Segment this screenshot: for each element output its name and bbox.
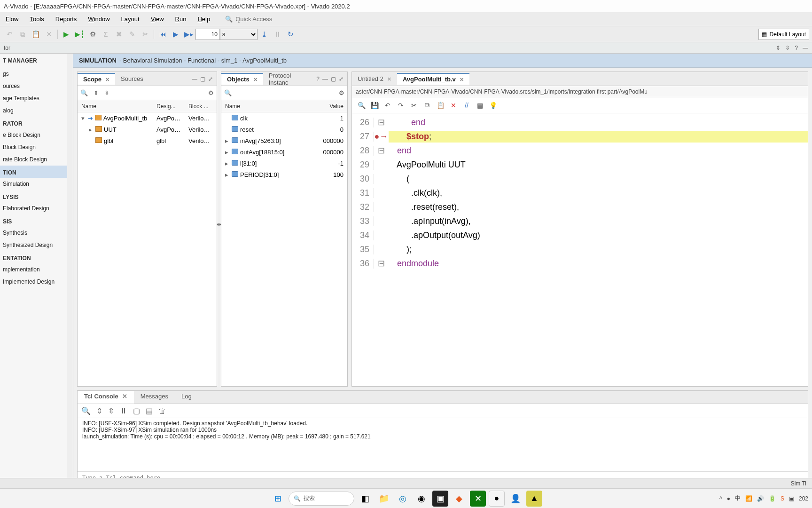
object-row[interactable]: ▸i[31:0]-1 bbox=[221, 158, 347, 169]
maximize-icon[interactable]: ⤢ bbox=[208, 76, 213, 82]
collapse-icon[interactable]: ⇕ bbox=[776, 45, 781, 51]
col-block[interactable]: Block ... bbox=[185, 103, 217, 110]
sigma-icon[interactable]: Σ bbox=[99, 28, 112, 41]
nav-item[interactable]: alog bbox=[0, 104, 73, 117]
nav-item[interactable]: ources bbox=[0, 80, 73, 92]
tab-objects[interactable]: Objects✕ bbox=[221, 73, 263, 85]
close-icon[interactable]: ✕ bbox=[122, 393, 127, 400]
search-icon[interactable]: 🔍 bbox=[224, 89, 232, 96]
undo-icon[interactable]: ↶ bbox=[381, 99, 394, 112]
copy-icon[interactable]: ⧉ bbox=[421, 99, 434, 112]
clock[interactable]: 202 bbox=[799, 495, 808, 502]
app-icon-2[interactable]: ◆ bbox=[451, 491, 467, 507]
gear-icon[interactable]: ⚙ bbox=[208, 89, 214, 96]
console-output[interactable]: INFO: [USF-XSim-96] XSim completed. Desi… bbox=[78, 418, 808, 471]
menu-tools[interactable]: Tools bbox=[24, 16, 49, 23]
collapse-all-icon[interactable]: ⇕ bbox=[94, 89, 99, 96]
tab-tcl[interactable]: Tcl Console✕ bbox=[78, 391, 134, 404]
nav-item[interactable]: Implemented Design bbox=[0, 276, 73, 288]
restore-icon[interactable]: ▢ bbox=[200, 76, 205, 82]
paste-icon[interactable]: 📋 bbox=[29, 28, 42, 41]
pause-icon[interactable]: ⏸ bbox=[120, 407, 127, 415]
minimize-icon[interactable]: — bbox=[803, 45, 808, 51]
menu-help[interactable]: Help bbox=[192, 16, 216, 23]
avatar-icon[interactable]: 👤 bbox=[508, 491, 523, 507]
col-name[interactable]: Name bbox=[78, 103, 153, 110]
step-icon[interactable]: ⤓ bbox=[258, 28, 271, 41]
search-icon[interactable]: 🔍 bbox=[355, 99, 368, 112]
tray-app-icon[interactable]: ▣ bbox=[789, 495, 794, 502]
maximize-icon[interactable]: ⤢ bbox=[339, 76, 344, 82]
close-icon[interactable]: ✕ bbox=[253, 77, 258, 82]
help-icon[interactable]: ? bbox=[795, 45, 798, 51]
tab-sources[interactable]: Sources bbox=[115, 73, 149, 84]
task-view-icon[interactable]: ◧ bbox=[357, 491, 373, 507]
code-area[interactable]: 26⊟ end27●→ $stop;28⊟ end29 AvgPoolMulti… bbox=[352, 113, 808, 386]
close-icon[interactable]: ✕ bbox=[105, 77, 109, 82]
gear-icon[interactable]: ⚙ bbox=[339, 89, 344, 96]
cut-icon[interactable]: ✂ bbox=[407, 99, 421, 112]
search-icon[interactable]: 🔍 bbox=[80, 89, 88, 96]
explorer-icon[interactable]: 📁 bbox=[376, 491, 392, 507]
tab-protocol[interactable]: Protocol Instanc bbox=[263, 70, 317, 88]
run-icon[interactable]: ▶ bbox=[60, 28, 73, 41]
object-row[interactable]: ▸inAvg[75263:0]000000 bbox=[221, 135, 347, 146]
ime-icon[interactable]: 中 bbox=[735, 494, 741, 502]
tab-messages[interactable]: Messages bbox=[134, 391, 175, 404]
nav-item[interactable]: e Block Design bbox=[0, 129, 73, 141]
scope-row[interactable]: glblglblVerilog Mo bbox=[78, 135, 217, 146]
bulb-icon[interactable]: 💡 bbox=[486, 99, 500, 112]
minimize-icon[interactable]: — bbox=[322, 76, 328, 82]
cut-icon[interactable]: ✂ bbox=[139, 28, 152, 41]
scope-row[interactable]: ▸UUTAvgPoolMVerilog Mo bbox=[78, 124, 217, 135]
tab-scope[interactable]: Scope✕ bbox=[78, 73, 115, 85]
pause-icon[interactable]: ⏸ bbox=[271, 28, 284, 41]
search-icon[interactable]: 🔍 bbox=[81, 406, 91, 415]
xbox-icon[interactable]: ✕ bbox=[470, 491, 486, 507]
minimize-icon[interactable]: — bbox=[192, 76, 197, 82]
resize-handle-icon[interactable]: ⇼ bbox=[217, 221, 221, 228]
quick-access[interactable]: 🔍 Quick Access bbox=[225, 16, 272, 23]
nav-item[interactable]: mplementation bbox=[0, 263, 73, 276]
menu-reports[interactable]: Reports bbox=[50, 16, 83, 23]
wrap-icon[interactable]: ▤ bbox=[146, 406, 153, 415]
app-icon-1[interactable]: ▣ bbox=[432, 491, 448, 507]
expand-icon[interactable]: ⇳ bbox=[108, 406, 114, 415]
cancel-icon[interactable]: ✖ bbox=[112, 28, 125, 41]
sim-time-unit[interactable]: s bbox=[220, 29, 258, 40]
run-step-icon[interactable]: ▶┆ bbox=[73, 28, 86, 41]
nav-category[interactable]: RATOR bbox=[0, 117, 73, 129]
tab-untitled[interactable]: Untitled 2✕ bbox=[352, 73, 397, 84]
edit-icon[interactable]: ✎ bbox=[125, 28, 139, 41]
col-design[interactable]: Desig... bbox=[153, 103, 185, 110]
battery-icon[interactable]: 🔋 bbox=[769, 495, 776, 502]
nav-item[interactable]: Block Design bbox=[0, 141, 73, 153]
nav-category[interactable]: SIS bbox=[0, 214, 73, 227]
nav-category[interactable]: TION bbox=[0, 166, 73, 178]
wifi-icon[interactable]: 📶 bbox=[745, 495, 752, 502]
menu-flow[interactable]: Flow bbox=[0, 16, 24, 23]
app-icon-3[interactable]: ● bbox=[489, 491, 505, 507]
delete-icon[interactable]: ✕ bbox=[42, 28, 55, 41]
format-icon[interactable]: ▤ bbox=[473, 99, 486, 112]
object-row[interactable]: ▸PERIOD[31:0]100 bbox=[221, 169, 347, 180]
tab-file[interactable]: AvgPoolMulti_tb.v✕ bbox=[397, 73, 469, 85]
delete-icon[interactable]: ✕ bbox=[447, 99, 460, 112]
menu-view[interactable]: View bbox=[145, 16, 170, 23]
trash-icon[interactable]: 🗑 bbox=[158, 407, 166, 415]
nav-item[interactable]: Synthesis bbox=[0, 227, 73, 239]
tray-s-icon[interactable]: S bbox=[781, 495, 784, 502]
undo-icon[interactable]: ↶ bbox=[3, 28, 16, 41]
object-row[interactable]: clk1 bbox=[221, 112, 347, 124]
clear-icon[interactable]: ▢ bbox=[133, 406, 140, 415]
collapse-icon[interactable]: ⇕ bbox=[96, 406, 102, 415]
menu-run[interactable]: Run bbox=[170, 16, 192, 23]
restart-icon[interactable]: ⏮ bbox=[156, 28, 169, 41]
edge-icon[interactable]: ◎ bbox=[395, 491, 411, 507]
nav-item[interactable]: Elaborated Design bbox=[0, 202, 73, 214]
nav-item[interactable]: gs bbox=[0, 68, 73, 80]
chevron-up-icon[interactable]: ^ bbox=[719, 495, 722, 502]
nav-item[interactable]: Simulation bbox=[0, 178, 73, 190]
col-name[interactable]: Name bbox=[221, 103, 317, 110]
tab-log[interactable]: Log bbox=[175, 391, 198, 404]
